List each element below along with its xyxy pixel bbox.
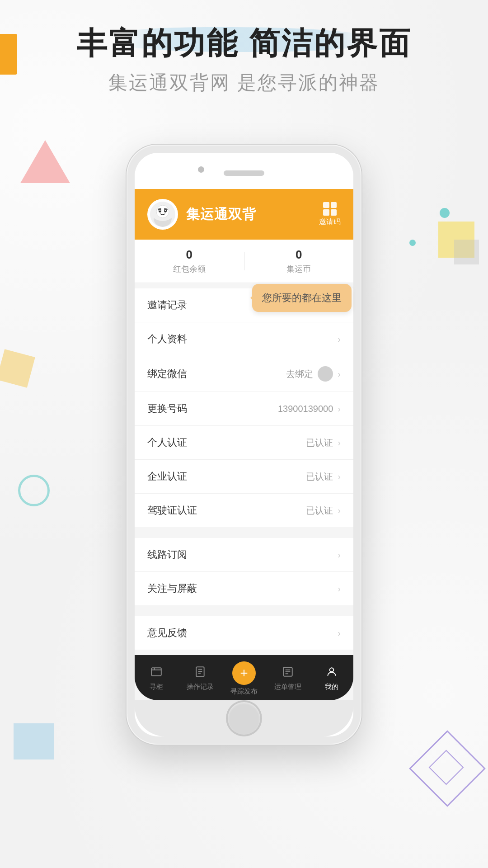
header-right: 邀请码 bbox=[319, 202, 341, 227]
nav-item-search-cabinet[interactable]: 寻柜 bbox=[135, 666, 178, 691]
menu-item-company-cert[interactable]: 企业认证 已认证 › bbox=[135, 460, 353, 494]
hongbao-value: 0 bbox=[135, 248, 244, 262]
company-cert-value: 已认证 bbox=[306, 471, 333, 483]
qr-cell-1 bbox=[323, 202, 329, 208]
phone-inner: 集运通双背 邀请码 0 bbox=[135, 153, 353, 736]
chevron-company-cert: › bbox=[338, 472, 341, 482]
stat-jiyunbi: 0 集运币 bbox=[244, 248, 354, 274]
avatar-icon bbox=[149, 201, 176, 228]
hero-title-area: 丰富的功能 简洁的界面 集运通双背网 是您寻派的神器 bbox=[0, 25, 488, 95]
menu-item-phone[interactable]: 更换号码 13900139000 › bbox=[135, 392, 353, 426]
tooltip-bubble: 您所要的都在这里 bbox=[252, 284, 352, 312]
chevron-phone: › bbox=[338, 404, 341, 414]
section-break-2 bbox=[135, 605, 353, 611]
nav-label-waybill: 运单管理 bbox=[274, 683, 301, 691]
menu-item-wechat[interactable]: 绑定微信 去绑定 › bbox=[135, 356, 353, 392]
app-name-label: 集运通双背 bbox=[186, 205, 256, 224]
bottom-bezel bbox=[135, 700, 353, 736]
menu-label-personal-cert: 个人认证 bbox=[147, 436, 187, 449]
chevron-follow-block: › bbox=[338, 584, 341, 594]
top-bezel bbox=[135, 153, 353, 189]
svg-point-11 bbox=[329, 668, 333, 672]
deco-teal-dot2 bbox=[409, 240, 416, 246]
menu-item-follow-block[interactable]: 关注与屏蔽 › bbox=[135, 572, 353, 605]
menu-label-profile: 个人资料 bbox=[147, 332, 187, 346]
qr-cell-4 bbox=[331, 209, 337, 216]
menu-item-personal-cert[interactable]: 个人认证 已认证 › bbox=[135, 426, 353, 460]
nav-label-operation-record: 操作记录 bbox=[187, 683, 214, 691]
menu-label-follow-block: 关注与屏蔽 bbox=[147, 582, 197, 595]
jiyunbi-label: 集运币 bbox=[244, 264, 354, 274]
chevron-personal-cert: › bbox=[338, 438, 341, 448]
camera-dot bbox=[198, 166, 204, 173]
menu-label-company-cert: 企业认证 bbox=[147, 470, 187, 483]
stat-hongbao: 0 红包余额 bbox=[135, 248, 244, 274]
section-break-1 bbox=[135, 527, 353, 533]
mine-icon bbox=[326, 666, 338, 680]
hongbao-label: 红包余额 bbox=[135, 264, 244, 274]
publish-plus-button[interactable]: + bbox=[232, 661, 256, 685]
waybill-icon bbox=[282, 666, 294, 680]
section-break-3 bbox=[135, 650, 353, 655]
deco-pink-triangle bbox=[20, 140, 70, 183]
menu-section-2: 线路订阅 › 关注与屏蔽 › bbox=[135, 538, 353, 605]
personal-cert-value: 已认证 bbox=[306, 437, 333, 449]
menu-right-route-subscribe: › bbox=[338, 550, 341, 560]
wechat-avatar bbox=[318, 366, 333, 382]
menu-right-company-cert: 已认证 › bbox=[306, 471, 341, 483]
menu-item-feedback[interactable]: 意见反馈 › bbox=[135, 616, 353, 650]
menu-item-driver-cert[interactable]: 驾驶证认证 已认证 › bbox=[135, 494, 353, 527]
nav-item-operation-record[interactable]: 操作记录 bbox=[178, 666, 222, 691]
bottom-nav: 寻柜 操作记录 + 寻踪发布 bbox=[135, 655, 353, 700]
menu-right-follow-block: › bbox=[338, 584, 341, 594]
nav-label-search-cabinet: 寻柜 bbox=[150, 683, 163, 691]
qr-code-icon[interactable] bbox=[323, 202, 337, 216]
nav-item-publish[interactable]: + 寻踪发布 bbox=[222, 661, 266, 696]
menu-label-route-subscribe: 线路订阅 bbox=[147, 548, 187, 561]
chevron-wechat: › bbox=[338, 369, 341, 379]
svg-point-1 bbox=[156, 205, 169, 218]
header-left: 集运通双背 bbox=[147, 199, 256, 230]
main-title: 丰富的功能 简洁的界面 bbox=[0, 25, 488, 62]
wechat-bind-value: 去绑定 bbox=[286, 368, 313, 380]
menu-item-route-subscribe[interactable]: 线路订阅 › bbox=[135, 538, 353, 572]
nav-item-waybill[interactable]: 运单管理 bbox=[266, 666, 310, 691]
menu-item-profile[interactable]: 个人资料 › bbox=[135, 322, 353, 356]
qr-cell-3 bbox=[323, 209, 329, 216]
nav-item-mine[interactable]: 我的 bbox=[310, 666, 353, 691]
sub-title: 集运通双背网 是您寻派的神器 bbox=[0, 70, 488, 95]
menu-right-personal-cert: 已认证 › bbox=[306, 437, 341, 449]
menu-label-feedback: 意见反馈 bbox=[147, 626, 187, 640]
phone-shell: 集运通双背 邀请码 0 bbox=[127, 145, 361, 745]
menu-right-driver-cert: 已认证 › bbox=[306, 505, 341, 517]
invite-label: 邀请码 bbox=[319, 217, 341, 227]
menu-right-wechat: 去绑定 › bbox=[286, 366, 341, 382]
menu-right-feedback: › bbox=[338, 628, 341, 638]
speaker-grill bbox=[224, 170, 264, 176]
nav-label-mine: 我的 bbox=[325, 683, 338, 691]
app-header: 集运通双背 邀请码 bbox=[135, 189, 353, 240]
svg-rect-8 bbox=[152, 668, 162, 675]
deco-teal-dot bbox=[440, 208, 450, 218]
home-button[interactable] bbox=[228, 702, 260, 735]
menu-label-invite-record: 邀请记录 bbox=[147, 298, 187, 312]
menu-section-3: 意见反馈 › bbox=[135, 616, 353, 650]
app-screen: 集运通双背 邀请码 0 bbox=[135, 189, 353, 700]
deco-teal-circle bbox=[18, 475, 50, 506]
menu-right-phone: 13900139000 › bbox=[278, 404, 341, 414]
menu-label-wechat: 绑定微信 bbox=[147, 367, 187, 381]
phone-value: 13900139000 bbox=[278, 404, 333, 414]
chevron-route-subscribe: › bbox=[338, 550, 341, 560]
stats-bar: 0 红包余额 0 集运币 bbox=[135, 240, 353, 283]
chevron-profile: › bbox=[338, 334, 341, 344]
nav-label-publish: 寻踪发布 bbox=[230, 687, 258, 696]
chevron-feedback: › bbox=[338, 628, 341, 638]
deco-blue-rect bbox=[14, 723, 54, 760]
phone-mockup: 集运通双背 邀请码 0 bbox=[127, 145, 361, 745]
menu-section-1: 邀请记录 › 个人资料 › 绑定微信 bbox=[135, 288, 353, 527]
operation-record-icon bbox=[194, 666, 206, 680]
search-cabinet-icon bbox=[150, 666, 162, 680]
deco-gray-rect bbox=[454, 240, 479, 264]
avatar bbox=[147, 199, 178, 230]
driver-cert-value: 已认证 bbox=[306, 505, 333, 517]
